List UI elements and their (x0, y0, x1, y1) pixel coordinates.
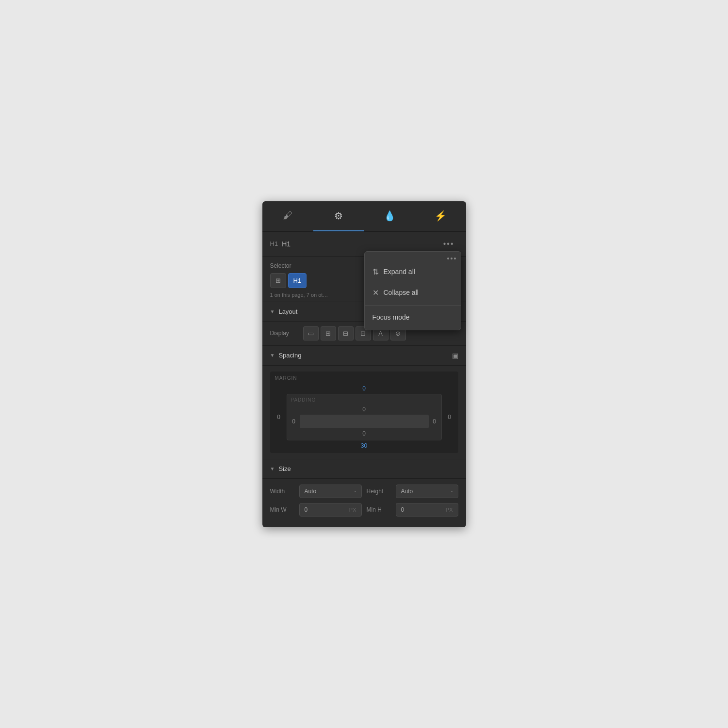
height-unit: - (451, 488, 453, 495)
width-value: Auto (305, 488, 352, 495)
brush-icon: 🖌 (283, 210, 292, 221)
grid-display-icon: ⊟ (343, 330, 348, 337)
bolt-icon: ⚡ (435, 210, 447, 222)
width-input[interactable]: Auto - (299, 485, 362, 498)
padding-center (300, 415, 429, 428)
text-icon: A (378, 330, 383, 337)
spacing-arrow-icon: ▼ (270, 353, 275, 358)
size-section: Width Auto - Height Auto - Min W 0 PX Mi… (262, 479, 466, 527)
margin-right[interactable]: 0 (445, 414, 454, 421)
h1-label: H1 (293, 277, 302, 284)
spacing-icon: ▣ (452, 352, 458, 359)
expand-all-icon: ⇅ (372, 267, 379, 276)
margin-label: MARGIN (275, 375, 297, 381)
dot2 (451, 258, 453, 259)
none-icon: ⊘ (395, 330, 401, 337)
more-button[interactable]: ••• (439, 238, 458, 250)
padding-bottom[interactable]: 0 (290, 430, 438, 437)
height-value: Auto (401, 488, 448, 495)
width-height-row: Width Auto - Height Auto - (270, 485, 458, 498)
display-flex-button[interactable]: ⊞ (321, 326, 336, 340)
expand-all-label: Expand all (384, 268, 415, 275)
height-input[interactable]: Auto - (396, 485, 458, 498)
dot3 (454, 258, 456, 259)
layout-arrow-icon: ▼ (270, 309, 275, 314)
selector-h1-button[interactable]: H1 (288, 273, 307, 288)
padding-top[interactable]: 0 (290, 406, 438, 413)
width-label: Width (270, 488, 294, 495)
grid-icon: ⊞ (275, 277, 281, 284)
settings-panel: 🖌 ⚙ 💧 ⚡ H1 H1 ••• ⇅ Expand all (262, 201, 466, 527)
padding-label: PADDING (291, 397, 316, 403)
dot1 (447, 258, 449, 259)
spacing-section-title: Spacing (278, 352, 452, 359)
tab-drops[interactable]: 💧 (364, 201, 415, 231)
margin-middle: 0 PADDING 0 0 0 0 0 (274, 394, 454, 440)
min-h-input[interactable]: 0 PX (396, 503, 458, 517)
focus-mode-label: Focus mode (372, 313, 410, 321)
collapse-all-label: Collapse all (384, 289, 419, 296)
width-unit: - (355, 488, 356, 495)
min-w-input[interactable]: 0 PX (299, 503, 362, 517)
dropdown-divider (365, 305, 461, 306)
padding-box: PADDING 0 0 0 0 (287, 394, 442, 440)
display-block-button[interactable]: ▭ (303, 326, 319, 340)
min-h-label: Min H (367, 506, 391, 513)
dropdown-menu: ⇅ Expand all ✕ Collapse all Focus mode (364, 251, 461, 330)
min-w-unit: PX (349, 507, 356, 513)
padding-middle: 0 0 (290, 415, 438, 428)
focus-mode-item[interactable]: Focus mode (365, 307, 461, 327)
collapse-all-item[interactable]: ✕ Collapse all (365, 282, 461, 303)
min-h-unit: PX (446, 507, 453, 513)
flex-icon: ⊞ (325, 330, 331, 337)
spacing-section-header[interactable]: ▼ Spacing ▣ (262, 346, 466, 366)
expand-all-item[interactable]: ⇅ Expand all (365, 261, 461, 282)
margin-bottom[interactable]: 30 (274, 442, 454, 449)
element-tag: H1 (270, 240, 278, 247)
tab-bolt[interactable]: ⚡ (415, 201, 466, 231)
min-h-value: 0 (401, 506, 443, 513)
display-label: Display (270, 330, 299, 337)
padding-right[interactable]: 0 (431, 418, 438, 425)
block-icon: ▭ (308, 330, 314, 337)
min-w-label: Min W (270, 506, 294, 513)
margin-left[interactable]: 0 (274, 414, 284, 421)
drops-icon: 💧 (384, 210, 396, 222)
selector-grid-button[interactable]: ⊞ (270, 273, 286, 288)
padding-left[interactable]: 0 (290, 418, 298, 425)
min-wh-row: Min W 0 PX Min H 0 PX (270, 503, 458, 517)
height-label: Height (367, 488, 391, 495)
dropdown-dots (365, 255, 461, 261)
collapse-all-icon: ✕ (372, 288, 379, 297)
tab-brush[interactable]: 🖌 (262, 201, 313, 231)
margin-top[interactable]: 0 (274, 385, 454, 392)
top-nav: 🖌 ⚙ 💧 ⚡ (262, 201, 466, 232)
size-section-title: Size (278, 465, 458, 472)
size-arrow-icon: ▼ (270, 466, 275, 471)
header-row: H1 H1 ••• ⇅ Expand all ✕ Collapse all Fo… (262, 232, 466, 257)
element-title: H1 (282, 240, 439, 248)
settings-icon: ⚙ (334, 210, 343, 222)
size-section-header[interactable]: ▼ Size (262, 459, 466, 479)
min-w-value: 0 (305, 506, 346, 513)
spacing-box: MARGIN 0 0 PADDING 0 0 0 0 0 30 (262, 366, 466, 459)
margin-box: MARGIN 0 0 PADDING 0 0 0 0 0 30 (270, 372, 458, 453)
inline-icon: ⊡ (360, 330, 366, 337)
tab-settings[interactable]: ⚙ (313, 201, 364, 231)
display-grid-button[interactable]: ⊟ (338, 326, 354, 340)
